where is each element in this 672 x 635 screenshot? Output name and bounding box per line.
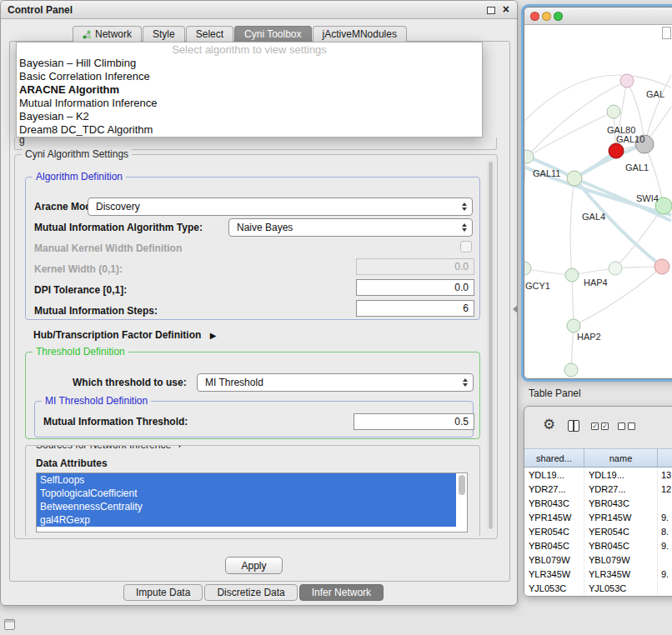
column-header-shared-name[interactable]: shared... <box>524 448 584 468</box>
select-all-icon[interactable]: ✓ ✓ <box>591 422 609 430</box>
traffic-light-minimize[interactable] <box>542 12 551 21</box>
mi-threshold-field[interactable]: 0.5 <box>354 413 474 430</box>
node-label: GAL10 <box>616 134 644 144</box>
expand-right-icon[interactable]: ▶ <box>210 331 217 340</box>
network-node[interactable] <box>609 262 622 275</box>
aracne-mode-select[interactable]: Discovery <box>88 198 473 216</box>
column-header-name[interactable]: name <box>584 448 658 468</box>
network-edge <box>570 178 574 275</box>
bottom-tab-impute-data[interactable]: Impute Data <box>123 584 203 601</box>
node-label: HAP4 <box>584 278 608 288</box>
table-cell: YLR345W <box>524 567 584 581</box>
settings-scrollbar-thumb[interactable] <box>489 162 493 529</box>
mi-threshold-label: Mutual Information Threshold: <box>43 416 188 428</box>
columns-icon[interactable] <box>568 420 579 432</box>
network-edge-thick <box>574 178 662 267</box>
bottom-tab-discretize-data[interactable]: Discretize Data <box>204 584 297 601</box>
table-row[interactable]: YBL079WYBL079W <box>524 552 672 567</box>
table-row[interactable]: YBR045CYBR045C9. <box>524 538 672 552</box>
network-graph[interactable]: GALGAL80GAL10GAL11GAL1SWI4GAL4GCY1HAP4HA… <box>524 25 672 378</box>
algorithm-option-bayesian-hill-climbing[interactable]: Bayesian – Hill Climbing <box>17 57 482 70</box>
network-node[interactable] <box>567 171 582 186</box>
network-node[interactable] <box>565 268 579 282</box>
attribute-item-betweennesscentrality[interactable]: BetweennessCentrality <box>37 500 456 513</box>
table-cell: YBR043C <box>584 496 658 510</box>
table-cell: YJL053C <box>584 581 658 595</box>
table-row[interactable]: YJL053CYJL053C <box>524 581 672 595</box>
splitter-collapse-icon[interactable] <box>513 305 518 313</box>
table-cell: YBR043C <box>524 496 584 510</box>
tab-network[interactable]: Network <box>73 26 142 42</box>
attribute-item-topologicalcoefficient[interactable]: TopologicalCoefficient <box>37 487 456 500</box>
bottom-tab-infer-network[interactable]: Infer Network <box>299 584 384 601</box>
close-icon[interactable]: × <box>503 2 509 16</box>
popup-placeholder: Select algorithm to view settings <box>17 42 482 57</box>
float-window-icon[interactable] <box>487 7 495 14</box>
table-row[interactable]: YBR043CYBR043C <box>524 496 672 510</box>
apply-button[interactable]: Apply <box>225 557 283 574</box>
collapse-down-icon[interactable]: ▼ <box>176 445 183 449</box>
network-node[interactable] <box>609 143 624 158</box>
attribute-item-gal4rgexp[interactable]: gal4RGexp <box>37 513 456 527</box>
table-row[interactable]: YDR27...YDR27...12 <box>524 482 672 496</box>
algorithm-option-basic-correlation-inference[interactable]: Basic Correlation Inference <box>17 70 482 83</box>
tab-style[interactable]: Style <box>143 26 185 42</box>
tab-cyni-toolbox[interactable]: Cyni Toolbox <box>234 26 311 42</box>
cyni-algorithm-settings-group: Cyni Algorithm Settings Algorithm Defini… <box>14 154 498 539</box>
control-panel-titlebar[interactable]: Control Panel × <box>1 1 517 19</box>
which-threshold-select[interactable]: MI Threshold <box>197 373 474 392</box>
network-node[interactable] <box>567 319 580 332</box>
node-label: GAL11 <box>533 168 560 178</box>
table-row[interactable]: YPR145WYPR145W9. <box>524 510 672 524</box>
algorithm-option-aracne-algorithm[interactable]: ARACNE Algorithm <box>17 83 482 97</box>
list-scrollbar-thumb[interactable] <box>459 475 465 495</box>
algorithm-definition-group: Algorithm Definition Aracne Mode: Discov… <box>25 177 480 320</box>
attribute-item-selfloops[interactable]: SelfLoops <box>37 473 456 487</box>
settings-scrollbar[interactable] <box>487 160 494 532</box>
table-cell: YDL19... <box>584 468 658 482</box>
data-attributes-list[interactable]: SelfLoopsTopologicalCoefficientBetweenne… <box>36 472 468 532</box>
table-cell: YDL19... <box>524 468 584 482</box>
which-threshold-label: Which threshold to use: <box>73 377 187 388</box>
network-node[interactable] <box>524 150 534 163</box>
node-label: GAL <box>646 89 664 99</box>
tab-jactivemnodules[interactable]: jActiveMNodules <box>313 26 407 42</box>
network-icon <box>83 30 92 39</box>
network-titlebar[interactable] <box>524 8 672 25</box>
tab-label: jActiveMNodules <box>323 28 397 40</box>
table-cell: 13 <box>658 468 672 482</box>
column-header-extra[interactable] <box>658 448 672 468</box>
hub-definition-section[interactable]: Hub/Transcription Factor Definition ▶ <box>33 327 217 342</box>
network-edge <box>524 157 527 268</box>
network-node[interactable] <box>620 74 634 88</box>
network-edge <box>524 75 671 125</box>
network-node[interactable] <box>607 105 620 118</box>
dpi-tolerance-field[interactable]: 0.0 <box>356 279 474 296</box>
threshold-definition-group: Threshold Definition Which threshold to … <box>25 352 480 439</box>
sources-group-title[interactable]: Sources for Network Inference ▼ <box>33 445 187 451</box>
network-node[interactable] <box>654 259 669 274</box>
algorithm-option-bayesian-k2[interactable]: Bayesian – K2 <box>17 110 482 123</box>
deselect-all-icon[interactable] <box>618 422 635 430</box>
table-row[interactable]: YDL19...YDL19...13 <box>524 468 672 482</box>
traffic-light-close[interactable] <box>530 12 539 21</box>
mi-algorithm-type-select[interactable]: Naive Bayes <box>228 218 473 237</box>
network-node[interactable] <box>564 363 578 377</box>
algorithm-option-mutual-information-inference[interactable]: Mutual Information Inference <box>17 97 482 110</box>
table-row[interactable]: YLR345WYLR345W9. <box>524 567 672 581</box>
tab-label: Style <box>153 28 175 40</box>
algorithm-option-dream8-dc-tdc-algorithm[interactable]: Dream8 DC_TDC Algorithm <box>17 123 482 137</box>
gear-icon[interactable]: ⚙ <box>543 418 555 432</box>
traffic-light-zoom[interactable] <box>554 12 563 21</box>
table-header: shared... name <box>524 448 672 468</box>
table-row[interactable]: YER054CYER054C8. <box>524 524 672 538</box>
sources-group: Sources for Network Inference ▼ Data Att… <box>25 445 480 537</box>
mi-steps-field[interactable]: 6 <box>356 300 474 317</box>
collapsed-panel-icon[interactable] <box>4 619 15 630</box>
network-node[interactable] <box>524 262 531 275</box>
network-canvas[interactable]: GALGAL80GAL10GAL11GAL1SWI4GAL4GCY1HAP4HA… <box>524 25 672 378</box>
tab-select[interactable]: Select <box>186 26 233 42</box>
canvas-scrollbar-fragment[interactable] <box>662 27 671 39</box>
table-cell: YLR345W <box>584 567 658 581</box>
table-cell: YDR27... <box>524 482 584 496</box>
